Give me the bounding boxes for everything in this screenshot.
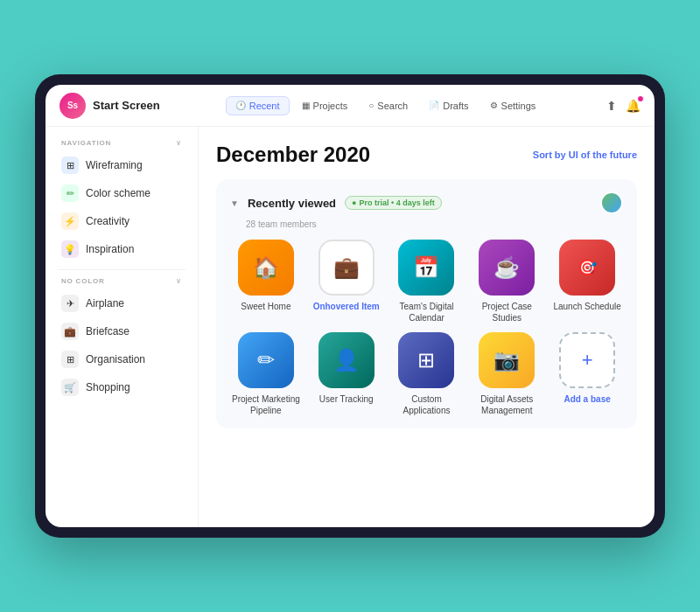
sidebar-item-shopping[interactable]: 🛒 Shopping (54, 374, 189, 400)
sidebar-item-creativity[interactable]: ⚡ Creativity (54, 208, 189, 234)
tab-search-label: Search (377, 101, 408, 111)
inspiration-label: Inspiration (86, 243, 134, 255)
sidebar-item-organisation[interactable]: ⊞ Organisation (54, 346, 189, 372)
navigation-chevron: ∨ (176, 139, 182, 147)
app-user-tracking[interactable]: 👤 User Tracking (311, 332, 382, 416)
digital-assets-label: Digital Assets Management (471, 393, 542, 416)
recently-viewed-section: ▼ Recently viewed ● Pro trial • 4 days l… (216, 179, 637, 428)
header: Ss Start Screen 🕐 Recent ▦ Projects ○ Se… (46, 85, 654, 127)
digital-calendar-icon: 📅 (398, 240, 454, 296)
organisation-label: Organisation (86, 353, 145, 365)
sidebar: NAVIGATION ∨ ⊞ Wireframing ✏ Color schem… (46, 127, 199, 527)
tab-recent-label: Recent (249, 101, 280, 111)
sidebar-divider (58, 269, 186, 270)
header-actions: ⬆ 🔔 (588, 99, 640, 113)
section-header: ▼ Recently viewed ● Pro trial • 4 days l… (230, 191, 623, 214)
onhovered-label: Onhovered Item (313, 301, 380, 312)
sidebar-item-wireframing[interactable]: ⊞ Wireframing (54, 152, 189, 178)
pro-badge-text: Pro trial • 4 days left (360, 198, 435, 207)
user-tracking-label: User Tracking (319, 393, 374, 405)
tablet-screen: Ss Start Screen 🕐 Recent ▦ Projects ○ Se… (46, 85, 654, 527)
section-meta: 28 team members (230, 219, 623, 229)
briefcase-icon: 💼 (61, 323, 79, 340)
app-launch-schedule[interactable]: 🎯 Launch Schedule (551, 240, 623, 323)
digital-assets-icon: 📷 (479, 332, 535, 388)
wireframing-label: Wireframing (86, 159, 143, 171)
drafts-icon: 📄 (429, 101, 439, 110)
recent-icon: 🕐 (235, 101, 246, 110)
app-custom-applications[interactable]: ⊞ Custom Applications (391, 332, 463, 416)
color-scheme-label: Color scheme (86, 187, 150, 199)
notification-badge (637, 95, 644, 102)
case-studies-icon: ☕ (479, 240, 535, 296)
tab-drafts[interactable]: 📄 Drafts (420, 97, 477, 115)
share-button[interactable]: ⬆ (606, 99, 617, 113)
color-scheme-icon: ✏ (61, 184, 79, 202)
add-base-icon: + (559, 332, 615, 388)
sweet-home-label: Sweet Home (241, 301, 290, 312)
shopping-label: Shopping (86, 381, 130, 393)
no-color-chevron: ∨ (176, 277, 182, 285)
app-onhovered-item[interactable]: 💼 Onhovered Item (311, 240, 382, 323)
shopping-icon: 🛒 (61, 379, 79, 396)
airplane-label: Airplane (86, 297, 124, 309)
sort-label: Sort by (533, 150, 566, 160)
app-sweet-home[interactable]: 🏠 Sweet Home (230, 240, 302, 323)
section-title: Recently viewed (248, 197, 336, 210)
app-title: Start Screen (93, 99, 160, 112)
section-toggle[interactable]: ▼ (230, 198, 239, 208)
marketing-pipeline-icon: ✏ (238, 332, 294, 388)
creativity-label: Creativity (86, 215, 130, 227)
tab-drafts-label: Drafts (443, 101, 468, 111)
wireframing-icon: ⊞ (61, 156, 79, 174)
navigation-section-label: NAVIGATION ∨ (54, 139, 189, 152)
tablet-frame: Ss Start Screen 🕐 Recent ▦ Projects ○ Se… (35, 74, 665, 538)
main-content: NAVIGATION ∨ ⊞ Wireframing ✏ Color schem… (46, 127, 654, 527)
tab-search[interactable]: ○ Search (360, 97, 416, 115)
page-title: December 2020 (216, 143, 370, 167)
sort-control[interactable]: Sort by UI of the future (533, 150, 637, 160)
app-digital-calendar[interactable]: 📅 Team's Digital Calendar (391, 240, 463, 323)
tab-settings[interactable]: ⚙ Settings (481, 97, 545, 115)
nav-tabs: 🕐 Recent ▦ Projects ○ Search 📄 Drafts ⚙ (182, 96, 588, 115)
user-tracking-icon: 👤 (318, 332, 374, 388)
launch-schedule-icon: 🎯 (559, 240, 615, 296)
sidebar-item-inspiration[interactable]: 💡 Inspiration (54, 236, 189, 262)
launch-schedule-label: Launch Schedule (553, 301, 620, 312)
app-grid: 🏠 Sweet Home 💼 Onhovered Item 📅 Team's D… (230, 240, 623, 416)
organisation-icon: ⊞ (61, 351, 79, 368)
onhovered-icon: 💼 (318, 240, 374, 296)
marketing-pipeline-label: Project Marketing Pipeline (230, 393, 302, 416)
settings-icon: ⚙ (490, 101, 498, 110)
creativity-icon: ⚡ (61, 212, 79, 230)
add-base-label: Add a base (564, 393, 610, 405)
airplane-icon: ✈ (61, 295, 79, 312)
search-icon: ○ (368, 101, 374, 110)
case-studies-label: Project Case Studies (471, 301, 542, 323)
app-add-base[interactable]: + Add a base (551, 332, 623, 416)
projects-icon: ▦ (302, 101, 310, 110)
pro-badge: ● Pro trial • 4 days left (345, 196, 442, 210)
tab-projects-label: Projects (313, 101, 348, 111)
user-avatar (600, 191, 623, 214)
sidebar-item-briefcase[interactable]: 💼 Briefcase (54, 318, 189, 344)
content-header: December 2020 Sort by UI of the future (216, 143, 637, 167)
no-color-section-label: NO COLOR ∨ (54, 277, 189, 290)
section-right (600, 191, 623, 214)
briefcase-label: Briefcase (86, 325, 130, 337)
inspiration-icon: 💡 (61, 240, 79, 258)
sweet-home-icon: 🏠 (238, 240, 294, 296)
digital-calendar-label: Team's Digital Calendar (391, 301, 463, 323)
app-marketing-pipeline[interactable]: ✏ Project Marketing Pipeline (230, 332, 302, 416)
logo-circle: Ss (60, 93, 86, 119)
custom-applications-label: Custom Applications (391, 393, 463, 416)
notifications-button[interactable]: 🔔 (626, 99, 640, 113)
tab-recent[interactable]: 🕐 Recent (226, 96, 290, 115)
sidebar-item-color-scheme[interactable]: ✏ Color scheme (54, 180, 189, 206)
logo-area: Ss Start Screen (60, 93, 182, 119)
app-case-studies[interactable]: ☕ Project Case Studies (471, 240, 542, 323)
tab-projects[interactable]: ▦ Projects (293, 97, 357, 115)
sidebar-item-airplane[interactable]: ✈ Airplane (54, 290, 189, 316)
app-digital-assets[interactable]: 📷 Digital Assets Management (471, 332, 542, 416)
content-area: December 2020 Sort by UI of the future ▼… (199, 127, 654, 527)
